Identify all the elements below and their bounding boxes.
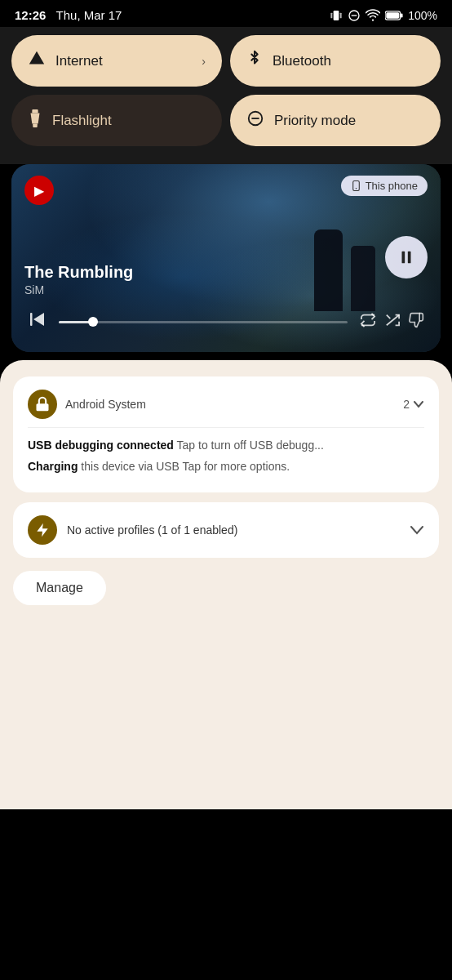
svg-rect-9 — [32, 109, 38, 114]
status-bar: 12:26 Thu, Mar 17 100% — [0, 0, 452, 27]
svg-marker-23 — [37, 523, 47, 537]
status-time: 12:26 — [15, 8, 46, 22]
svg-marker-8 — [29, 51, 44, 65]
media-title: The Rumbling — [24, 263, 428, 282]
svg-rect-13 — [352, 181, 359, 191]
battery-percent: 100% — [408, 9, 437, 22]
priority-mode-label: Priority mode — [274, 113, 424, 129]
wifi-icon — [366, 9, 380, 22]
svg-rect-1 — [331, 12, 333, 18]
notif-line-1-bold: USB debugging connected — [28, 439, 174, 452]
notif-divider — [28, 427, 424, 428]
media-controls — [24, 306, 428, 337]
skip-back-button[interactable] — [24, 306, 51, 337]
repeat-button[interactable] — [356, 310, 380, 335]
priority-icon — [246, 109, 264, 131]
pause-icon — [397, 248, 415, 266]
svg-rect-6 — [401, 13, 403, 17]
notif-line-1: USB debugging connected Tap to turn off … — [28, 438, 424, 454]
notif-count-expand[interactable]: 2 — [403, 398, 424, 411]
qs-row-2: Flashlight Priority mode — [11, 95, 441, 146]
qs-tile-flashlight[interactable]: Flashlight — [11, 95, 222, 146]
shuffle-icon — [383, 313, 401, 327]
notif-line-2-normal: this device via USB Tap for more options… — [78, 460, 290, 473]
flashlight-icon — [28, 109, 42, 131]
internet-icon — [28, 50, 46, 72]
profile-icon — [28, 515, 57, 545]
status-icons: 100% — [330, 9, 437, 22]
status-time-date: 12:26 Thu, Mar 17 — [15, 8, 122, 22]
notif-line-2-bold: Charging — [28, 460, 78, 473]
bluetooth-label: Bluetooth — [273, 53, 424, 69]
profile-notif-text: No active profiles (1 of 1 enabled) — [67, 523, 237, 537]
notif-header: Android System 2 — [28, 390, 424, 419]
skip-back-icon — [28, 310, 47, 329]
qs-tile-priority-mode[interactable]: Priority mode — [230, 95, 441, 146]
shuffle-button[interactable] — [380, 310, 405, 335]
internet-label: Internet — [55, 53, 192, 69]
media-info: The Rumbling SiM — [24, 263, 428, 341]
svg-rect-0 — [334, 11, 339, 20]
svg-rect-10 — [33, 123, 38, 127]
vibrate-icon — [330, 9, 343, 22]
thumb-down-icon — [408, 312, 424, 328]
svg-rect-2 — [340, 12, 342, 18]
svg-rect-21 — [408, 252, 411, 264]
profile-notif-left: No active profiles (1 of 1 enabled) — [28, 515, 237, 545]
qs-row-1: Internet › Bluetooth — [11, 35, 441, 87]
notif-app-name: Android System — [65, 398, 146, 411]
media-overlay: ▶ This phone The Rumbling SiM — [11, 164, 441, 352]
bluetooth-icon — [246, 50, 263, 72]
media-artist: SiM — [24, 283, 428, 296]
quick-settings-panel: Internet › Bluetooth Flashlight — [0, 27, 452, 164]
manage-button[interactable]: Manage — [13, 571, 106, 605]
notif-count: 2 — [403, 398, 410, 411]
repeat-icon — [359, 313, 377, 327]
android-system-notification[interactable]: Android System 2 USB debugging connected… — [13, 376, 439, 492]
media-source-badge[interactable]: This phone — [341, 176, 428, 196]
qs-tile-bluetooth[interactable]: Bluetooth — [230, 35, 441, 87]
expand-icon — [413, 399, 424, 410]
media-progress-bar[interactable] — [59, 321, 348, 323]
media-top-row: ▶ This phone — [24, 176, 428, 205]
media-player: ▶ This phone The Rumbling SiM — [11, 164, 441, 352]
source-badge-label: This phone — [366, 180, 418, 192]
lightning-icon — [34, 522, 51, 538]
flashlight-label: Flashlight — [52, 113, 206, 129]
notif-line-1-normal: Tap to turn off USB debugg... — [174, 439, 324, 452]
notif-line-2: Charging this device via USB Tap for mor… — [28, 459, 424, 475]
android-system-icon — [28, 390, 57, 419]
notif-header-left: Android System — [28, 390, 146, 419]
svg-rect-16 — [30, 313, 33, 326]
svg-line-19 — [387, 314, 391, 318]
svg-marker-17 — [33, 313, 44, 326]
pause-button[interactable] — [385, 236, 428, 278]
media-progress-dot — [88, 317, 98, 327]
media-progress-area[interactable] — [51, 321, 356, 323]
profile-expand-icon[interactable] — [410, 523, 424, 537]
phone-icon — [351, 180, 361, 191]
thumb-down-button[interactable] — [405, 309, 428, 336]
lock-icon — [34, 396, 51, 412]
svg-rect-20 — [402, 252, 405, 264]
profile-notification[interactable]: No active profiles (1 of 1 enabled) — [13, 502, 439, 558]
svg-point-14 — [355, 188, 357, 189]
battery-icon — [385, 10, 403, 21]
status-date: Thu, Mar 17 — [56, 8, 122, 22]
notification-area: Android System 2 USB debugging connected… — [0, 360, 452, 809]
media-app-icon: ▶ — [24, 176, 54, 205]
qs-tile-internet[interactable]: Internet › — [11, 35, 222, 87]
svg-rect-22 — [37, 403, 49, 411]
dnd-icon — [348, 9, 361, 22]
internet-chevron: › — [202, 55, 206, 68]
svg-rect-7 — [386, 12, 399, 19]
